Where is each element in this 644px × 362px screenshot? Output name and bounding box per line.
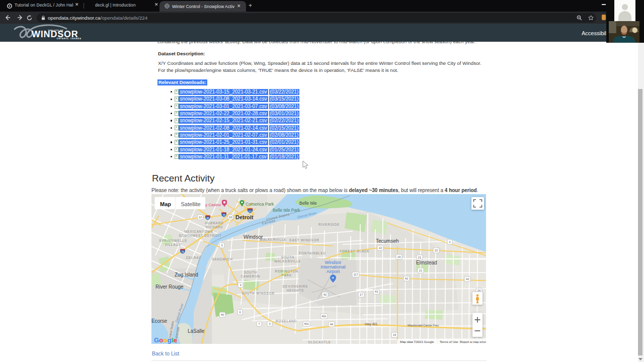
- svg-text:10: 10: [229, 216, 232, 219]
- svg-text:43: 43: [375, 290, 378, 293]
- svg-text:Elmstead: Elmstead: [416, 260, 437, 265]
- svg-text:6: 6: [239, 311, 240, 314]
- svg-text:WALKERVILLE: WALKERVILLE: [260, 238, 286, 241]
- svg-text:CAMERON: CAMERON: [241, 275, 261, 278]
- svg-text:MEXICANTOWN -: MEXICANTOWN -: [184, 230, 216, 233]
- svg-text:Airport: Airport: [327, 269, 340, 274]
- svg-text:2: 2: [449, 240, 450, 243]
- svg-text:375: 375: [249, 210, 253, 213]
- svg-text:SOUTH: SOUTH: [244, 270, 258, 274]
- svg-text:y Casino: y Casino: [205, 203, 221, 207]
- svg-text:17: 17: [360, 293, 363, 296]
- svg-text:REMINGTON: REMINGTON: [275, 269, 298, 273]
- svg-text:Macdonald-Cartier Fwy: Macdonald-Cartier Fwy: [408, 324, 439, 327]
- svg-text:LaSalle: LaSalle: [188, 328, 205, 334]
- svg-text:401: 401: [304, 322, 309, 325]
- svg-text:117: 117: [353, 273, 358, 276]
- svg-text:SOUTH WINDSOR: SOUTH WINDSOR: [242, 292, 275, 295]
- svg-text:75: 75: [181, 251, 184, 253]
- svg-text:SOUTH: SOUTH: [281, 255, 295, 259]
- svg-text:Windsor: Windsor: [244, 234, 263, 240]
- svg-text:SOUTHWEST DETROIT: SOUTHWEST DETROIT: [179, 234, 222, 237]
- svg-text:SPRINGWELLS: SPRINGWELLS: [159, 239, 187, 242]
- svg-text:3: 3: [269, 322, 270, 325]
- svg-text:DEVONSHIRE: DEVONSHIRE: [283, 285, 308, 288]
- svg-text:VILLAGE: VILLAGE: [165, 243, 182, 246]
- svg-text:42: 42: [466, 278, 469, 281]
- svg-text:22: 22: [379, 246, 382, 249]
- svg-text:Comerica Park: Comerica Park: [246, 202, 274, 207]
- svg-text:Detroit: Detroit: [235, 214, 254, 220]
- svg-text:OLDCASTLE: OLDCASTLE: [308, 340, 331, 344]
- svg-text:21: 21: [418, 256, 421, 259]
- svg-text:River Rouge: River Rouge: [155, 284, 184, 290]
- svg-text:19: 19: [393, 333, 396, 336]
- svg-text:22: 22: [435, 249, 438, 252]
- svg-text:Tecumseh: Tecumseh: [376, 238, 399, 244]
- svg-text:FONTAINBLEU: FONTAINBLEU: [299, 251, 326, 255]
- svg-text:DELRAY: DELRAY: [186, 256, 201, 259]
- svg-text:WALKERVILLE: WALKERVILLE: [274, 259, 301, 263]
- svg-text:46: 46: [330, 323, 333, 326]
- svg-text:RICHARD: RICHARD: [206, 225, 223, 229]
- svg-text:Google: Google: [154, 336, 177, 344]
- svg-text:ONTARIO, CANADA: ONTARIO, CANADA: [57, 37, 82, 40]
- svg-text:Ecorse: Ecorse: [151, 318, 168, 324]
- svg-text:21: 21: [419, 269, 422, 272]
- svg-text:96: 96: [206, 217, 209, 220]
- svg-text:40: 40: [221, 313, 224, 316]
- svg-text:PARK: PARK: [282, 274, 292, 277]
- svg-text:Map data ©2021 Google: Map data ©2021 Google: [400, 340, 434, 343]
- svg-text:FOREST GLADE: FOREST GLADE: [340, 249, 369, 253]
- svg-text:✈: ✈: [332, 276, 335, 280]
- svg-text:Belle Isle Park: Belle Isle Park: [273, 208, 300, 213]
- svg-text:12: 12: [199, 216, 202, 219]
- svg-text:Satellite: Satellite: [181, 201, 201, 207]
- svg-text:Zug Island: Zug Island: [175, 272, 198, 278]
- svg-text:24: 24: [477, 289, 481, 292]
- svg-text:3: 3: [239, 284, 241, 287]
- svg-text:Hwy 401: Hwy 401: [365, 322, 378, 326]
- svg-text:7: 7: [258, 322, 260, 325]
- svg-text:EAST WINDSOR: EAST WINDSOR: [289, 238, 319, 242]
- svg-text:42: 42: [324, 293, 327, 296]
- svg-text:HUBBARD: HUBBARD: [205, 221, 223, 225]
- svg-text:42: 42: [405, 277, 408, 280]
- svg-text:SANDWICH: SANDWICH: [212, 257, 232, 261]
- svg-text:75: 75: [222, 214, 225, 217]
- svg-text:Belle Isle: Belle Isle: [299, 201, 317, 206]
- svg-text:3: 3: [221, 244, 222, 247]
- svg-text:ROSELAND: ROSELAND: [276, 319, 297, 323]
- svg-text:Terms of Use: Terms of Use: [440, 340, 458, 343]
- svg-text:RIVERSIDE: RIVERSIDE: [318, 223, 340, 226]
- svg-text:401: 401: [321, 315, 327, 318]
- svg-text:19: 19: [397, 255, 400, 258]
- svg-text:Report a map error: Report a map error: [460, 340, 486, 343]
- svg-text:Map: Map: [160, 201, 171, 207]
- svg-text:HEIGHTS: HEIGHTS: [287, 289, 304, 292]
